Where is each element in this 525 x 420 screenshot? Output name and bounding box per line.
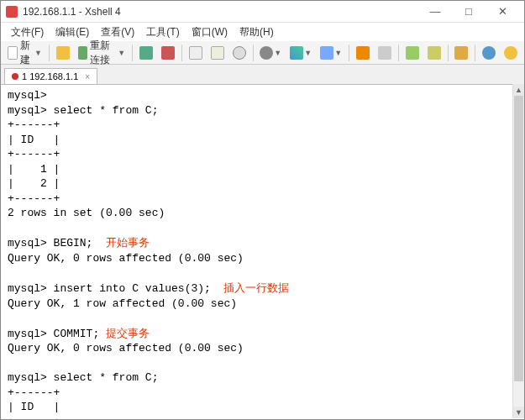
font-icon <box>320 46 333 60</box>
find-button[interactable] <box>229 45 249 61</box>
vertical-scrollbar[interactable]: ▲ ▼ <box>512 84 524 418</box>
annotation: 提交事务 <box>106 327 150 339</box>
separator <box>349 45 349 61</box>
dropdown-icon: ▼ <box>118 49 125 57</box>
scroll-thumb[interactable] <box>514 96 523 381</box>
terminal-output[interactable]: mysql> mysql> select * from C; +------+ … <box>1 85 524 419</box>
annotation: 开始事务 <box>106 236 150 249</box>
gear-icon <box>260 46 273 60</box>
view2-button[interactable] <box>424 45 444 61</box>
separator <box>253 45 254 61</box>
term-line: Query OK, 0 rows affected (0.00 sec) <box>8 342 244 354</box>
term-line: +------+ <box>8 118 60 131</box>
annotation: 插入一行数据 <box>223 281 289 294</box>
reconnect-button[interactable]: 重新连接▼ <box>75 37 129 69</box>
folder-icon <box>56 46 70 60</box>
lock-icon <box>454 46 468 60</box>
term-line: mysql> insert into C values(3); <box>8 282 223 295</box>
term-line: +------+ <box>8 416 60 419</box>
lock-button[interactable] <box>451 45 471 61</box>
maximize-button[interactable]: □ <box>452 3 486 21</box>
script-button[interactable] <box>375 45 395 61</box>
minimize-button[interactable]: — <box>418 3 452 21</box>
color-button[interactable]: ▼ <box>286 45 315 61</box>
separator <box>475 45 475 61</box>
term-line: mysql> select * from C; <box>8 371 158 384</box>
tab-label: 1 192.168.1.1 <box>22 71 78 81</box>
about-button[interactable] <box>501 45 521 61</box>
term-line: +------+ <box>8 386 60 399</box>
bubble-icon <box>504 46 517 60</box>
term-line: +------+ <box>8 192 60 205</box>
dropdown-icon: ▼ <box>34 49 42 57</box>
copy-icon <box>189 46 202 60</box>
help-icon <box>482 46 496 60</box>
profile-button[interactable]: ▼ <box>256 45 285 61</box>
term-line: Query OK, 1 row affected (0.00 sec) <box>8 297 237 310</box>
dropdown-icon: ▼ <box>334 49 342 57</box>
tabbar: 1 192.168.1.1 × <box>1 65 524 85</box>
disconnect-icon <box>161 46 175 60</box>
term-line: +------+ <box>8 148 60 160</box>
list-icon <box>428 46 441 60</box>
disconnect-button[interactable] <box>158 45 178 61</box>
close-button[interactable]: ✕ <box>486 3 519 21</box>
new-button[interactable]: 新建▼ <box>4 37 45 69</box>
scroll-down-icon[interactable]: ▼ <box>513 407 524 418</box>
term-line: | 2 | <box>8 177 60 190</box>
copy-button[interactable] <box>186 45 206 61</box>
separator <box>448 45 449 61</box>
dropdown-icon: ▼ <box>304 49 312 57</box>
term-line: mysql> select * from C; <box>8 104 158 117</box>
view1-button[interactable] <box>402 45 423 61</box>
toolbar: 新建▼ 重新连接▼ ▼ ▼ ▼ <box>1 41 524 65</box>
connect-button[interactable] <box>136 45 156 61</box>
tab-close-icon[interactable]: × <box>85 72 90 81</box>
xftp-button[interactable] <box>353 45 373 61</box>
reconnect-icon <box>78 46 87 60</box>
separator <box>398 45 399 61</box>
new-icon <box>8 46 18 60</box>
term-line: | 1 | <box>8 163 60 176</box>
menu-tools[interactable]: 工具(T) <box>141 24 184 41</box>
titlebar: 192.168.1.1 - Xshell 4 — □ ✕ <box>1 1 524 23</box>
term-line: Query OK, 0 rows affected (0.00 sec) <box>8 252 244 265</box>
term-line: | ID | <box>8 134 60 146</box>
status-dot-icon <box>12 73 18 80</box>
help-button[interactable] <box>479 45 499 61</box>
xftp-icon <box>356 46 370 60</box>
term-line: mysql> <box>8 89 47 102</box>
tab-session[interactable]: 1 192.168.1.1 × <box>4 68 97 84</box>
new-label: 新建 <box>20 39 34 67</box>
window-title: 192.168.1.1 - Xshell 4 <box>23 6 418 18</box>
term-line: mysql> COMMIT; <box>8 328 106 340</box>
term-line: | ID | <box>8 401 60 413</box>
palette-icon <box>290 46 303 60</box>
grid-icon <box>406 46 419 60</box>
script-icon <box>378 46 391 60</box>
search-icon <box>233 46 246 60</box>
paste-button[interactable] <box>207 45 228 61</box>
font-button[interactable]: ▼ <box>317 45 345 61</box>
menu-window[interactable]: 窗口(W) <box>186 24 233 41</box>
separator <box>49 45 50 61</box>
term-line: mysql> BEGIN; <box>8 237 106 249</box>
scroll-up-icon[interactable]: ▲ <box>513 84 524 96</box>
dropdown-icon: ▼ <box>274 49 281 57</box>
open-button[interactable] <box>53 45 73 61</box>
separator <box>181 45 182 61</box>
separator <box>132 45 133 61</box>
connect-icon <box>139 46 153 60</box>
window-controls: — □ ✕ <box>418 3 519 21</box>
menu-help[interactable]: 帮助(H) <box>234 24 279 41</box>
paste-icon <box>211 46 224 60</box>
reconnect-label: 重新连接 <box>90 39 118 67</box>
app-icon <box>6 6 18 18</box>
term-line: 2 rows in set (0.00 sec) <box>8 207 165 219</box>
